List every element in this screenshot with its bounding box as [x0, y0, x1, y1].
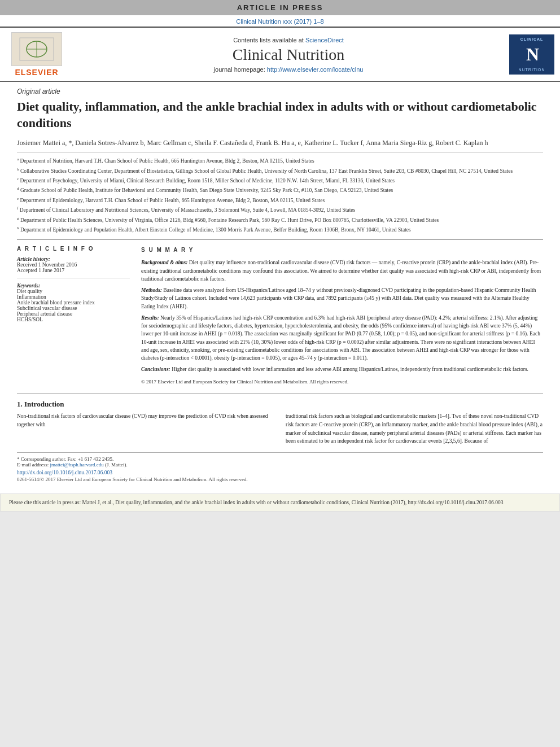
journal-ref-text: Clinical Nutrition xxx (2017) 1–8: [236, 18, 323, 25]
email-address[interactable]: jmattei@hsph.harvard.edu: [50, 462, 103, 468]
banner-text: ARTICLE IN PRESS: [237, 3, 323, 12]
affil-c: c Department of Psychology, University o…: [17, 176, 543, 185]
email-label: E-mail address:: [17, 462, 49, 468]
citation-box: Please cite this article in press as: Ma…: [0, 493, 560, 512]
cn-logo-top: CLINICAL: [520, 37, 544, 41]
email-line: E-mail address: jmattei@hsph.harvard.edu…: [17, 462, 543, 468]
results-text: Nearly 35% of Hispanics/Latinos had high…: [141, 315, 540, 361]
background-label: Background & aims:: [141, 260, 187, 265]
keywords-section: Keywords: Diet quality Inflammation Ankl…: [17, 283, 130, 322]
two-col-section: A R T I C L E I N F O Article history: R…: [17, 239, 543, 386]
article-info-heading: A R T I C L E I N F O: [17, 246, 130, 252]
article-in-press-banner: ARTICLE IN PRESS: [0, 0, 560, 15]
conclusions-label: Conclusions:: [141, 366, 170, 372]
affil-e: e Department of Epidemiology, Harvard T.…: [17, 196, 543, 204]
keyword-5: HCHS/SOL: [17, 317, 130, 322]
sciencedirect-link[interactable]: ScienceDirect: [305, 37, 344, 43]
affiliations: a Department of Nutrition, Harvard T.H. …: [17, 152, 543, 234]
homepage-url[interactable]: http://www.elsevier.com/locate/clnu: [267, 66, 364, 73]
doi-line[interactable]: http://dx.doi.org/10.1016/j.clnu.2017.06…: [17, 470, 543, 475]
methods-text: Baseline data were analyzed from US-Hisp…: [141, 287, 536, 309]
accepted-date: Accepted 1 June 2017: [17, 268, 130, 273]
cn-logo-sub: NUTRITION: [518, 68, 545, 72]
elsevier-brand: ELSEVIER: [15, 68, 58, 77]
journal-center: Contents lists available at ScienceDirec…: [73, 37, 504, 73]
copyright-line: © 2017 Elsevier Ltd and European Society…: [141, 378, 543, 386]
affil-d: d Graduate School of Public Health, Inst…: [17, 186, 543, 194]
background-text: Diet quality may influence non-tradition…: [141, 260, 541, 282]
conclusions-text: Higher diet quality is associated with l…: [172, 366, 528, 372]
cn-logo: CLINICAL N NUTRITION: [509, 34, 554, 75]
journal-ref-line: Clinical Nutrition xxx (2017) 1–8: [0, 15, 560, 27]
footnote-section: * Corresponding author. Fax: +1 617 432 …: [17, 452, 543, 482]
intro-left: Non-traditional risk factors of cardiova…: [17, 412, 274, 445]
summary-col: S U M M A R Y Background & aims: Diet qu…: [141, 246, 543, 386]
methods-label: Methods:: [141, 287, 162, 293]
keywords-label: Keywords:: [17, 283, 130, 289]
journal-name: Clinical Nutrition: [73, 46, 504, 64]
intro-right: traditional risk factors such as biologi…: [286, 412, 543, 445]
article-history: Article history: Received 1 November 201…: [17, 256, 130, 278]
journal-header: ELSEVIER Contents lists available at Sci…: [0, 27, 560, 82]
received-date: Received 1 November 2016: [17, 262, 130, 268]
email-suffix: (J. Mattei).: [105, 462, 128, 468]
elsevier-logo-image: [11, 32, 62, 66]
affil-f: f Department of Clinical Laboratory and …: [17, 206, 543, 214]
authors-text: Josiemer Mattei a, *, Daniela Sotres-Alv…: [17, 139, 488, 147]
citation-text: Please cite this article in press as: Ma…: [9, 500, 503, 505]
summary-conclusions: Conclusions: Higher diet quality is asso…: [141, 365, 543, 373]
contents-line: Contents lists available at ScienceDirec…: [73, 37, 504, 43]
article-type: Original article: [17, 88, 543, 95]
svg-text:N: N: [526, 44, 539, 64]
section-header: 1. Introduction: [17, 400, 543, 409]
article-info-col: A R T I C L E I N F O Article history: R…: [17, 246, 130, 386]
elsevier-logo: ELSEVIER: [6, 32, 68, 77]
introduction-section: 1. Introduction Non-traditional risk fac…: [17, 394, 543, 445]
history-label: Article history:: [17, 256, 130, 262]
results-label: Results:: [141, 315, 159, 321]
corresponding-author: * Corresponding author. Fax: +1 617 432 …: [17, 456, 543, 462]
affil-a: a Department of Nutrition, Harvard T.H. …: [17, 156, 543, 165]
summary-methods: Methods: Baseline data were analyzed fro…: [141, 286, 543, 311]
journal-homepage: journal homepage: http://www.elsevier.co…: [73, 66, 504, 73]
affil-g: g Department of Public Health Sciences, …: [17, 216, 543, 224]
page-wrapper: ARTICLE IN PRESS Clinical Nutrition xxx …: [0, 0, 560, 512]
keyword-4: Peripheral arterial disease: [17, 311, 130, 317]
issn-line: 0261-5614/© 2017 Elsevier Ltd and Europe…: [17, 477, 543, 482]
keyword-3: Subclinical vascular disease: [17, 305, 130, 311]
summary-background: Background & aims: Diet quality may infl…: [141, 259, 543, 283]
keyword-0: Diet quality: [17, 289, 130, 294]
intro-two-col: Non-traditional risk factors of cardiova…: [17, 412, 543, 445]
summary-heading: S U M M A R Y: [141, 246, 543, 254]
cn-logo-main: N: [520, 42, 543, 67]
keyword-2: Ankle brachial blood pressure index: [17, 300, 130, 305]
keyword-1: Inflammation: [17, 294, 130, 300]
article-title: Diet quality, inflammation, and the ankl…: [17, 99, 543, 131]
summary-results: Results: Nearly 35% of Hispanics/Latinos…: [141, 314, 543, 362]
main-content: Original article Diet quality, inflammat…: [0, 82, 560, 488]
affil-h: h Department of Epidemiology and Populat…: [17, 225, 543, 234]
authors-line: Josiemer Mattei a, *, Daniela Sotres-Alv…: [17, 138, 543, 148]
affil-b: b Collaborative Studies Coordinating Cen…: [17, 167, 543, 175]
